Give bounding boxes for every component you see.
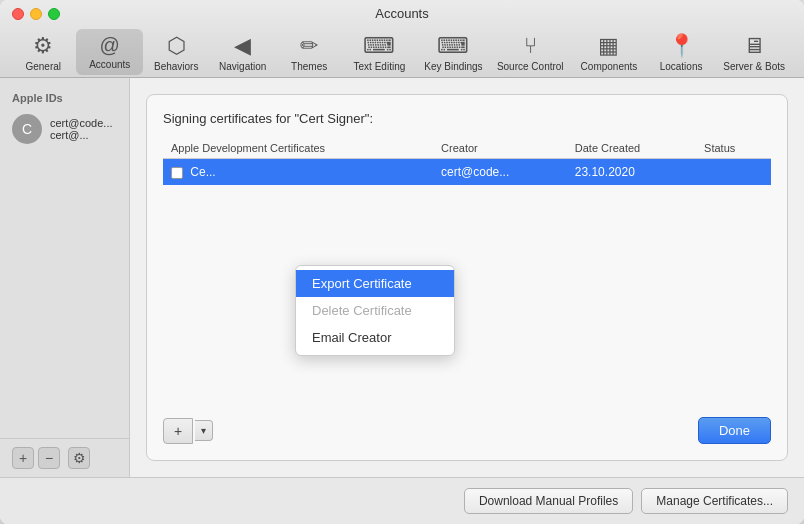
text-editing-icon: ⌨ [363,33,395,59]
themes-icon: ✏ [300,33,318,59]
cell-status [696,159,771,186]
main-window: Accounts ⚙ General @ Accounts ⬡ Behavior… [0,0,804,524]
bottom-bar: Download Manual Profiles Manage Certific… [0,477,804,524]
window-title: Accounts [375,6,428,21]
behaviors-icon: ⬡ [167,33,186,59]
panel-footer: + ▾ Done [163,417,771,444]
toolbar: ⚙ General @ Accounts ⬡ Behaviors ◀ Navig… [0,28,804,77]
minus-icon: − [45,450,53,466]
add-certificate-button[interactable]: + [163,418,193,444]
components-icon: ▦ [598,33,619,59]
add-icon: + [19,450,27,466]
toolbar-label-navigation: Navigation [219,61,266,72]
signing-panel: Signing certificates for "Cert Signer": … [146,94,788,461]
toolbar-item-text-editing[interactable]: ⌨ Text Editing [342,29,416,75]
col-header-status: Status [696,138,771,159]
account-name: cert@code... [50,117,113,129]
toolbar-label-server-bots: Server & Bots [723,61,785,72]
certificate-table-area: Apple Development Certificates Creator D… [163,138,771,405]
account-info: cert@code... cert@... [50,117,113,141]
toolbar-label-general: General [25,61,61,72]
gear-icon: ⚙ [73,450,86,466]
titlebar: Accounts ⚙ General @ Accounts ⬡ Behavior… [0,0,804,78]
toolbar-item-behaviors[interactable]: ⬡ Behaviors [143,29,209,75]
context-menu: Export Certificate Delete Certificate Em… [295,265,455,356]
sidebar-section-header: Apple IDs [0,86,129,108]
remove-account-button[interactable]: − [38,447,60,469]
cert-name: Ce... [190,165,215,179]
context-menu-delete: Delete Certificate [296,297,454,324]
avatar-initials: C [22,121,32,137]
main-content: Apple IDs C cert@code... cert@... + − [0,78,804,477]
navigation-icon: ◀ [234,33,251,59]
col-header-date: Date Created [567,138,696,159]
certificate-table: Apple Development Certificates Creator D… [163,138,771,185]
toolbar-label-components: Components [581,61,638,72]
table-header-row: Apple Development Certificates Creator D… [163,138,771,159]
toolbar-item-general[interactable]: ⚙ General [10,29,76,75]
toolbar-item-navigation[interactable]: ◀ Navigation [209,29,275,75]
add-dropdown-button[interactable]: ▾ [195,420,213,441]
toolbar-item-components[interactable]: ▦ Components [570,29,648,75]
window-controls [12,8,60,20]
panel-title: Signing certificates for "Cert Signer": [163,111,771,126]
cell-creator: cert@code... [433,159,567,186]
cell-date: 23.10.2020 [567,159,696,186]
add-cert-icon: + [174,423,182,439]
sidebar-account-item[interactable]: C cert@code... cert@... [0,108,129,150]
toolbar-label-themes: Themes [291,61,327,72]
avatar: C [12,114,42,144]
accounts-icon: @ [100,34,120,57]
toolbar-label-source-control: Source Control [497,61,564,72]
cert-checkbox[interactable] [171,167,183,179]
download-manual-profiles-button[interactable]: Download Manual Profiles [464,488,633,514]
locations-icon: 📍 [668,33,695,59]
toolbar-label-behaviors: Behaviors [154,61,198,72]
toolbar-label-text-editing: Text Editing [354,61,406,72]
settings-button[interactable]: ⚙ [68,447,90,469]
context-menu-email[interactable]: Email Creator [296,324,454,351]
add-account-button[interactable]: + [12,447,34,469]
chevron-down-icon: ▾ [201,425,206,436]
minimize-button[interactable] [30,8,42,20]
sidebar-bottom-controls: + − ⚙ [0,438,129,477]
account-detail: cert@... [50,129,113,141]
col-header-creator: Creator [433,138,567,159]
toolbar-label-locations: Locations [660,61,703,72]
toolbar-item-key-bindings[interactable]: ⌨ Key Bindings [416,29,490,75]
sidebar: Apple IDs C cert@code... cert@... + − [0,78,130,477]
server-bots-icon: 🖥 [743,33,765,59]
col-header-name: Apple Development Certificates [163,138,433,159]
table-row[interactable]: Ce... cert@code... 23.10.2020 [163,159,771,186]
general-icon: ⚙ [33,33,53,59]
context-menu-export[interactable]: Export Certificate [296,270,454,297]
toolbar-item-server-bots[interactable]: 🖥 Server & Bots [714,29,794,75]
content-area: Signing certificates for "Cert Signer": … [130,78,804,477]
key-bindings-icon: ⌨ [437,33,469,59]
toolbar-label-accounts: Accounts [89,59,130,70]
toolbar-label-key-bindings: Key Bindings [424,61,482,72]
manage-certificates-button[interactable]: Manage Certificates... [641,488,788,514]
toolbar-item-locations[interactable]: 📍 Locations [648,29,714,75]
toolbar-item-accounts[interactable]: @ Accounts [76,29,142,75]
source-control-icon: ⑂ [524,33,537,59]
close-button[interactable] [12,8,24,20]
cell-name: Ce... [163,159,433,186]
done-button[interactable]: Done [698,417,771,444]
toolbar-item-source-control[interactable]: ⑂ Source Control [490,29,570,75]
titlebar-top: Accounts [0,0,804,28]
add-button-group: + ▾ [163,418,213,444]
toolbar-item-themes[interactable]: ✏ Themes [276,29,342,75]
maximize-button[interactable] [48,8,60,20]
